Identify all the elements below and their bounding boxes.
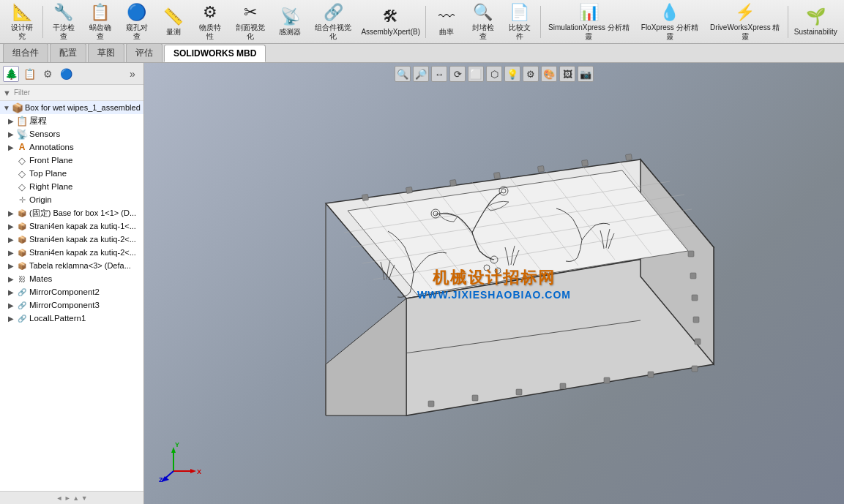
tree-item-strani2[interactable]: ▶ 📦 Strani4en kapak za kutiq-2<...: [0, 233, 143, 246]
toolbar-separator-2: [425, 6, 426, 38]
feature-tree[interactable]: ▼ 📦 Box for wet wipes_1_assembled ▶ 📋 屋程…: [0, 101, 143, 491]
expand-history[interactable]: ▶: [6, 116, 16, 126]
strani3-icon: 📦: [16, 247, 28, 258]
tree-item-strani3[interactable]: ▶ 📦 Strani4en kapak za kutiq-2<...: [0, 246, 143, 259]
tab-solidworks-mbd[interactable]: SOLIDWORKS MBD: [164, 45, 266, 62]
vp-appearance[interactable]: 🎨: [541, 66, 557, 82]
tree-item-top-plane[interactable]: ▶ ◇ Top Plane: [0, 167, 143, 180]
expand-local-pattern[interactable]: ▶: [6, 313, 16, 323]
right-plane-icon: ◇: [16, 181, 28, 192]
expand-mirror3[interactable]: ▶: [6, 300, 16, 310]
filter-row: ▼ Filter: [0, 85, 143, 101]
tool-label-flo: FloXpress 分析精靈: [639, 23, 700, 41]
expand-tabela[interactable]: ▶: [6, 260, 16, 271]
tree-item-mirror2[interactable]: ▶ 🔗 MirrorComponent2: [0, 285, 143, 298]
expand-root[interactable]: ▼: [1, 102, 12, 113]
expand-strani3[interactable]: ▶: [6, 247, 16, 257]
tab-components[interactable]: 组合件: [3, 43, 48, 62]
tool-sustainability[interactable]: 🌱 Sustainability: [791, 3, 840, 41]
tree-item-mates[interactable]: ▶ ⛓ Mates: [0, 272, 143, 285]
expand-mates[interactable]: ▶: [6, 274, 16, 284]
tool-simulation-xpress[interactable]: 📊 SimulationXpress 分析精靈: [544, 3, 635, 41]
origin-icon: ✛: [16, 194, 28, 206]
svg-rect-24: [581, 159, 588, 166]
tool-label-sensors: 感测器: [279, 28, 301, 37]
tool-label-section: 剖面视觉化: [233, 23, 267, 41]
tab-evaluation[interactable]: 评估: [126, 43, 163, 62]
tree-item-right-plane[interactable]: ▶ ◇ Right Plane: [0, 180, 143, 193]
vp-zoom-out[interactable]: 🔎: [413, 66, 429, 82]
tree-item-sensors[interactable]: ▶ 📡 Sensors: [0, 127, 143, 140]
vp-pan[interactable]: ↔: [431, 66, 447, 82]
tool-hole-alignment[interactable]: 🔵 窥孔对查: [119, 3, 154, 41]
tool-design-study[interactable]: 📐 设计研究: [4, 3, 40, 41]
filter-label: Filter: [14, 89, 30, 97]
tree-item-history[interactable]: ▶ 📋 屋程: [0, 114, 143, 127]
tool-interference-check[interactable]: 🔍 封堵检查: [466, 3, 501, 41]
vp-rotate[interactable]: ⟳: [449, 66, 466, 82]
viewport[interactable]: 🔍 🔎 ↔ ⟳ ⬜ ⬡ 💡 ⚙ 🎨 🖼 📷: [144, 63, 844, 504]
annotations-label: Annotations: [29, 143, 74, 151]
expand-sensors[interactable]: ▶: [6, 129, 16, 139]
design-study-icon: 📐: [12, 3, 32, 22]
feature-tree-icon[interactable]: 🌲: [3, 66, 19, 82]
vp-zoom-in[interactable]: 🔍: [395, 66, 411, 82]
tree-item-tabela[interactable]: ▶ 📦 Tabela reklamna<3> (Defa...: [0, 259, 143, 272]
tree-item-mirror3[interactable]: ▶ 🔗 MirrorComponent3: [0, 298, 143, 312]
tool-combo[interactable]: 🔗 组合件视觉化: [309, 3, 358, 41]
tree-item-annotations[interactable]: ▶ A Annotations: [0, 140, 143, 154]
vp-scene[interactable]: 🖼: [559, 66, 575, 82]
panel-scrollbar[interactable]: ◄ ► ▲ ▼: [0, 491, 143, 504]
tool-check-draft[interactable]: 📋 蜗齿确查: [83, 3, 118, 41]
expand-mirror2[interactable]: ▶: [6, 287, 16, 297]
annotations-icon: A: [16, 141, 28, 153]
vp-view-options[interactable]: ⬜: [468, 66, 484, 82]
front-plane-label: Front Plane: [29, 156, 72, 165]
tree-item-local-pattern[interactable]: ▶ 🔗 LocalLPattern1: [0, 312, 143, 325]
svg-rect-22: [493, 172, 500, 178]
tree-item-root[interactable]: ▼ 📦 Box for wet wipes_1_assembled: [0, 101, 143, 114]
tool-curve[interactable]: 〰 曲率: [429, 3, 464, 41]
tab-config[interactable]: 配置: [50, 43, 86, 62]
curve-icon: 〰: [438, 7, 455, 26]
panel-expand-icon[interactable]: »: [124, 66, 141, 82]
local-pattern-label: LocalLPattern1: [29, 314, 86, 323]
expand-base-box[interactable]: ▶: [6, 208, 16, 218]
vp-lights[interactable]: 💡: [504, 66, 520, 82]
tree-item-strani1[interactable]: ▶ 📦 Strani4en kapak za kutiq-1<...: [0, 219, 143, 233]
tool-label-hole: 窥孔对查: [123, 23, 151, 41]
tool-check-interference[interactable]: 🔧 干涉检查: [46, 3, 81, 41]
cam-manager-icon[interactable]: 🔵: [58, 66, 74, 82]
tree-item-front-plane[interactable]: ▶ ◇ Front Plane: [0, 154, 143, 167]
vp-settings[interactable]: ⚙: [523, 66, 539, 82]
tool-section-view[interactable]: ✂ 剖面视觉化: [229, 3, 271, 41]
tool-label-draft: 蜗齿确查: [86, 23, 114, 41]
tree-item-base-box[interactable]: ▶ 📦 (固定) Base for box 1<1> (D...: [0, 206, 143, 219]
sensors-tree-icon: 📡: [16, 128, 28, 140]
tab-drawing[interactable]: 草图: [88, 43, 124, 62]
compare-doc-icon: 📄: [509, 3, 529, 22]
tool-assembly-xpert[interactable]: 🛠 AssemblyXpert(B): [359, 3, 422, 41]
tool-compare-doc[interactable]: 📄 比较文件: [502, 3, 537, 41]
expand-strani1[interactable]: ▶: [6, 221, 16, 231]
svg-rect-19: [362, 194, 368, 200]
vp-camera[interactable]: 📷: [578, 66, 594, 82]
tool-flo-xpress[interactable]: 💧 FloXpress 分析精靈: [635, 3, 703, 41]
tool-properties[interactable]: ⚙ 物质特性: [193, 3, 228, 41]
expand-strani2[interactable]: ▶: [6, 234, 16, 244]
front-plane-icon: ◇: [16, 154, 28, 166]
tool-label-interference: 封堵检查: [469, 23, 497, 41]
property-manager-icon[interactable]: 📋: [21, 66, 37, 82]
vp-display-mode[interactable]: ⬡: [486, 66, 502, 82]
section-view-icon: ✂: [244, 3, 257, 22]
tool-sensors[interactable]: 📡 感测器: [272, 3, 307, 41]
expand-annotations[interactable]: ▶: [6, 142, 16, 152]
config-manager-icon[interactable]: ⚙: [40, 66, 56, 82]
tree-item-origin[interactable]: ▶ ✛ Origin: [0, 193, 143, 206]
interference-check-icon: 🔍: [473, 3, 493, 22]
check-draft-icon: 📋: [90, 3, 110, 22]
svg-rect-36: [648, 372, 654, 377]
tool-measure[interactable]: 📏 量测: [156, 3, 191, 41]
tool-drive-works[interactable]: ⚡ DriveWorksXpress 精靈: [705, 3, 785, 41]
tool-label-compare: 比较文件: [506, 23, 534, 41]
